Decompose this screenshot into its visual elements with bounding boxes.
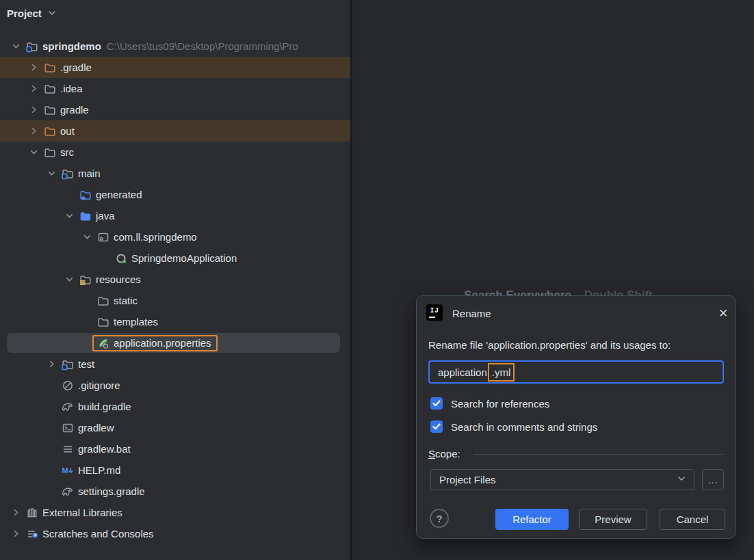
folder-icon — [44, 83, 56, 95]
tree-item-label: templates — [114, 316, 158, 328]
search-in-comments-checkbox-row[interactable]: Search in comments and strings — [430, 420, 597, 434]
intellij-logo-icon: IJ — [426, 304, 443, 321]
project-panel-header[interactable]: Project — [0, 0, 350, 26]
refactor-button[interactable]: Refactor — [495, 509, 569, 530]
chevron-down-icon[interactable] — [79, 232, 94, 242]
tree-row-templates[interactable]: templates — [0, 311, 350, 332]
tree-item-label: External Libraries — [42, 507, 122, 518]
panel-divider[interactable] — [350, 0, 352, 560]
checkbox-checked-icon[interactable] — [430, 397, 443, 410]
chevron-down-icon[interactable] — [47, 8, 57, 18]
preview-button[interactable]: Preview — [579, 509, 647, 530]
chevron-down-icon[interactable] — [44, 168, 59, 178]
close-icon[interactable]: ✕ — [715, 305, 731, 321]
excluded-folder-icon — [44, 62, 56, 74]
tree-item-label: gradlew.bat — [78, 443, 131, 455]
excluded-folder-icon — [44, 125, 56, 137]
checkbox-label: Search in comments and strings — [451, 421, 597, 433]
chevron-right-icon[interactable] — [26, 62, 41, 72]
tree-item-label: gradle — [60, 104, 89, 116]
tree-item-label: Scratches and Consoles — [42, 528, 154, 539]
tree-row-build-gradle[interactable]: build.gradle — [0, 396, 350, 417]
chevron-down-icon — [676, 473, 687, 486]
tree-item-label: src — [60, 146, 74, 158]
tree-item-label: java — [96, 210, 115, 222]
tree-item-label: application.properties — [114, 337, 211, 349]
tree-row-out[interactable]: out — [0, 120, 350, 142]
help-button[interactable]: ? — [430, 509, 449, 528]
generated-sources-folder-icon: ✱ — [79, 189, 92, 201]
tree-row-scratches-and-consoles[interactable]: Scratches and Consoles — [0, 523, 350, 544]
tree-item-label: resources — [96, 274, 141, 285]
project-tool-window: Project springdemoC:\Users\tus09\Desktop… — [0, 0, 350, 560]
chevron-down-icon[interactable] — [62, 211, 77, 221]
rename-input[interactable]: application.yml — [428, 360, 724, 384]
tree-row--gitignore[interactable]: .gitignore — [0, 375, 350, 396]
tree-row--gradle[interactable]: .gradle — [0, 57, 350, 78]
project-panel-title: Project — [7, 8, 42, 19]
scope-dropdown[interactable]: Project Files — [430, 469, 694, 490]
scope-separator — [474, 454, 724, 455]
tree-row-springdemoapplication[interactable]: SpringdemoApplication — [0, 248, 350, 269]
tree-item-label: settings.gradle — [78, 485, 145, 497]
chevron-right-icon[interactable] — [26, 126, 41, 136]
tree-row-external-libraries[interactable]: External Libraries — [0, 502, 350, 523]
tree-item-label: main — [78, 168, 101, 179]
tree-row-gradlew-bat[interactable]: gradlew.bat — [0, 438, 350, 459]
cancel-button[interactable]: Cancel — [660, 509, 725, 530]
java-sources-folder-icon — [79, 210, 92, 222]
scratches-consoles-icon — [26, 528, 38, 540]
tree-row-static[interactable]: static — [0, 290, 350, 311]
checkbox-checked-icon[interactable] — [430, 421, 443, 433]
scope-label: Scope: — [428, 448, 460, 459]
tree-row-settings-gradle[interactable]: settings.gradle — [0, 481, 350, 502]
rename-dialog: IJ Rename ✕ Rename file 'application.pro… — [416, 295, 736, 539]
chevron-right-icon[interactable] — [26, 105, 41, 115]
folder-icon — [44, 104, 56, 116]
chevron-down-icon[interactable] — [8, 41, 23, 51]
scope-selected-value: Project Files — [439, 474, 676, 485]
tree-row-gradlew[interactable]: gradlew — [0, 417, 350, 438]
package-icon — [97, 231, 109, 243]
tree-row-springdemo[interactable]: springdemoC:\Users\tus09\Desktop\Program… — [0, 36, 350, 57]
tree-item-label: static — [114, 295, 138, 306]
text-file-icon — [62, 443, 74, 455]
tree-row-com-ll-springdemo[interactable]: com.ll.springdemo — [0, 226, 350, 248]
tree-item-label: .gitignore — [78, 379, 120, 391]
tree-row-java[interactable]: java — [0, 205, 350, 226]
tree-item-label: HELP.md — [78, 464, 120, 476]
svg-text:M: M — [62, 466, 68, 475]
tree-row-test[interactable]: test — [0, 354, 350, 375]
tree-row-resources[interactable]: resources — [0, 269, 350, 290]
tree-row-src[interactable]: src — [0, 142, 350, 163]
annotation-highlight-box: application.properties — [92, 335, 218, 351]
folder-icon — [44, 146, 56, 159]
rename-message: Rename file 'application.properties' and… — [428, 339, 671, 351]
tree-row-help-md[interactable]: MHELP.md — [0, 459, 350, 481]
gradle-file-icon — [62, 485, 74, 498]
gradle-file-icon — [62, 401, 74, 413]
svg-text:✱: ✱ — [81, 195, 86, 201]
chevron-right-icon[interactable] — [26, 83, 41, 94]
ignored-file-icon — [62, 379, 74, 392]
tree-item-label: out — [60, 125, 75, 137]
chevron-down-icon[interactable] — [62, 274, 77, 284]
tree-row--idea[interactable]: .idea — [0, 78, 350, 99]
spring-config-file-icon — [97, 337, 109, 349]
tree-item-label: springdemo — [42, 40, 101, 52]
tree-item-label: .idea — [60, 83, 83, 94]
tree-item-label: SpringdemoApplication — [131, 252, 237, 264]
folder-icon — [97, 316, 109, 328]
scope-browse-button[interactable]: ... — [702, 469, 724, 490]
search-for-references-checkbox-row[interactable]: Search for references — [430, 397, 549, 410]
chevron-right-icon[interactable] — [44, 359, 59, 369]
tree-row-application-properties[interactable]: application.properties — [0, 332, 350, 354]
chevron-down-icon[interactable] — [26, 147, 41, 157]
project-root-folder-icon — [26, 40, 38, 53]
chevron-right-icon[interactable] — [8, 529, 23, 539]
folder-icon — [97, 295, 109, 307]
tree-row-gradle[interactable]: gradle — [0, 99, 350, 120]
chevron-right-icon[interactable] — [8, 507, 23, 518]
tree-row-main[interactable]: main — [0, 163, 350, 184]
tree-row-generated[interactable]: ✱generated — [0, 184, 350, 205]
